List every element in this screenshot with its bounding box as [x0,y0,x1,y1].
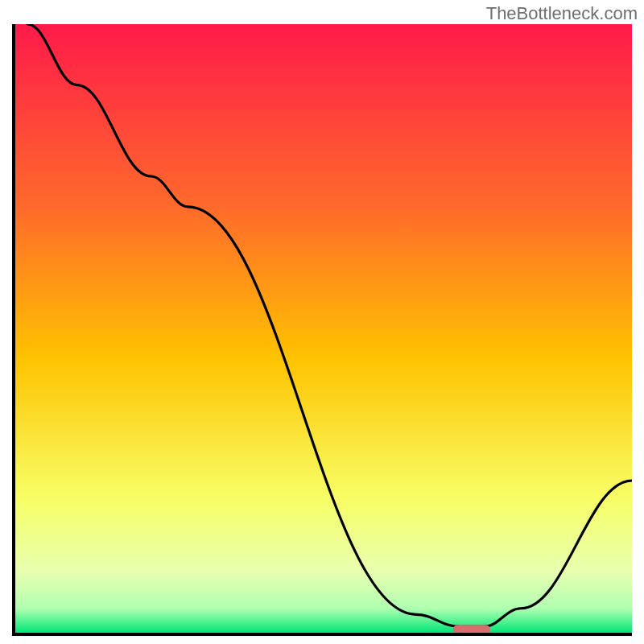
gradient-background [15,24,632,633]
plot-area [12,24,632,636]
chart-canvas [15,24,632,633]
optimum-marker [453,625,490,633]
watermark-text: TheBottleneck.com [486,3,638,24]
